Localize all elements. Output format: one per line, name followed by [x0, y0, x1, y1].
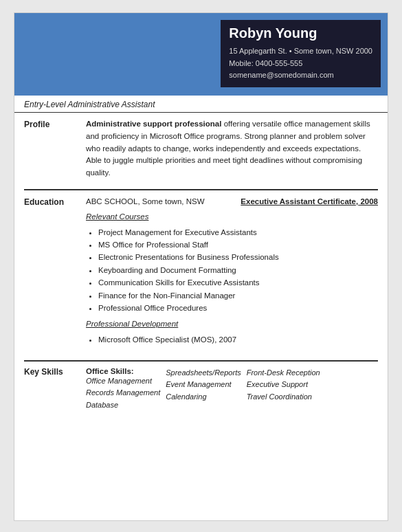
skills-col-3: Front-Desk Reception Executive Support T… — [247, 367, 320, 403]
header-mobile: Mobile: 0400-555-555 — [229, 58, 372, 70]
subtitle-bar: Entry-Level Administrative Assistant — [14, 96, 388, 113]
skills-label: Key Skills — [24, 367, 86, 377]
edu-header-row: ABC SCHOOL, Some town, NSW Executive Ass… — [86, 196, 378, 208]
header-right: Robyn Young 15 Applegarth St. • Some tow… — [221, 13, 388, 96]
profile-content: Administrative support professional offe… — [86, 118, 378, 179]
skills-col-1: Office Skills: Office Management Records… — [86, 367, 160, 412]
header-section: Robyn Young 15 Applegarth St. • Some tow… — [14, 13, 388, 96]
profile-rest-text: offering versatile office management ski… — [86, 120, 370, 177]
list-item: Communication Skills for Executive Assis… — [98, 276, 378, 289]
relevant-courses-label: Relevant Courses — [86, 211, 378, 223]
list-item: Microsoft Office Specialist (MOS), 2007 — [98, 333, 378, 346]
skills-col-1-title: Office Skills: — [86, 367, 160, 375]
job-title: Entry-Level Administrative Assistant — [24, 100, 155, 109]
skills-section: Key Skills Office Skills: Office Managem… — [14, 362, 388, 419]
skill-item: Event Management — [166, 379, 241, 391]
skill-item: Front-Desk Reception — [247, 367, 320, 379]
edu-school: ABC SCHOOL, Some town, NSW — [86, 196, 205, 208]
candidate-name: Robyn Young — [229, 25, 372, 41]
name-box: Robyn Young 15 Applegarth St. • Some tow… — [221, 20, 381, 87]
education-content: ABC SCHOOL, Some town, NSW Executive Ass… — [86, 196, 378, 351]
list-item: Professional Office Procedures — [98, 302, 378, 314]
skill-item: Travel Coordination — [247, 391, 320, 403]
skill-item: Office Management — [86, 375, 160, 388]
list-item: Project Management for Executive Assista… — [98, 226, 378, 239]
header-email: somename@somedomain.com — [229, 69, 372, 82]
skill-item: Calendaring — [166, 391, 241, 403]
edu-cert: Executive Assistant Certificate, 2008 — [241, 196, 378, 208]
skills-col-2: Spreadsheets/Reports Event Management Ca… — [166, 367, 241, 403]
skill-item: Spreadsheets/Reports — [166, 367, 241, 379]
courses-list: Project Management for Executive Assista… — [86, 226, 378, 315]
list-item: Keyboarding and Document Formatting — [98, 264, 378, 276]
education-label: Education — [24, 196, 86, 207]
header-address: 15 Applegarth St. • Some town, NSW 2000 — [229, 45, 372, 58]
list-item: Finance for the Non-Financial Manager — [98, 289, 378, 302]
skill-item: Database — [86, 399, 160, 412]
prof-dev-list: Microsoft Office Specialist (MOS), 2007 — [86, 333, 378, 346]
header-left — [14, 13, 221, 96]
profile-bold-text: Administrative support professional — [86, 120, 221, 128]
prof-dev-label: Professional Development — [86, 318, 378, 331]
profile-label: Profile — [24, 118, 86, 129]
skill-item: Executive Support — [247, 379, 320, 391]
list-item: Electronic Presentations for Business Pr… — [98, 251, 378, 263]
education-section: Education ABC SCHOOL, Some town, NSW Exe… — [14, 190, 388, 356]
skill-item: Records Management — [86, 387, 160, 399]
list-item: MS Office for Professional Staff — [98, 239, 378, 251]
resume-page: Robyn Young 15 Applegarth St. • Some tow… — [14, 12, 388, 521]
profile-section: Profile Administrative support professio… — [14, 113, 388, 185]
